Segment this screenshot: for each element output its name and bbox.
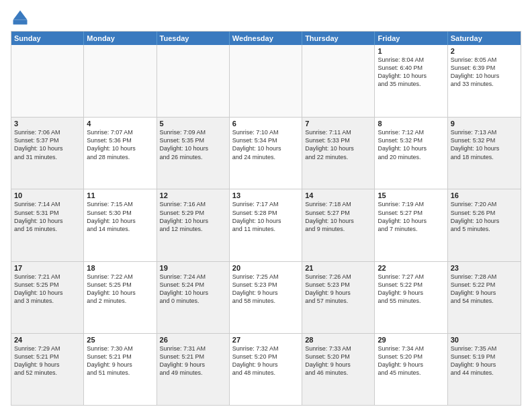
- cal-cell: 22Sunrise: 7:27 AM Sunset: 5:22 PM Dayli…: [375, 262, 447, 333]
- svg-marker-0: [13, 11, 28, 20]
- day-number: 11: [87, 191, 153, 199]
- cal-cell: 16Sunrise: 7:20 AM Sunset: 5:26 PM Dayli…: [448, 189, 521, 261]
- cal-cell: 3Sunrise: 7:06 AM Sunset: 5:37 PM Daylig…: [11, 118, 84, 189]
- header: [11, 8, 521, 27]
- day-info: Sunrise: 7:22 AM Sunset: 5:25 PM Dayligh…: [87, 273, 153, 306]
- day-number: 27: [232, 336, 299, 344]
- cal-cell: 12Sunrise: 7:16 AM Sunset: 5:29 PM Dayli…: [157, 189, 230, 261]
- cal-cell: 11Sunrise: 7:15 AM Sunset: 5:30 PM Dayli…: [84, 189, 157, 261]
- day-info: Sunrise: 7:27 AM Sunset: 5:22 PM Dayligh…: [378, 273, 444, 306]
- svg-rect-1: [13, 20, 28, 25]
- day-info: Sunrise: 7:29 AM Sunset: 5:21 PM Dayligh…: [14, 345, 81, 377]
- day-info: Sunrise: 7:13 AM Sunset: 5:32 PM Dayligh…: [451, 128, 518, 161]
- calendar: SundayMondayTuesdayWednesdayThursdayFrid…: [11, 31, 521, 406]
- day-info: Sunrise: 7:12 AM Sunset: 5:32 PM Dayligh…: [378, 128, 444, 161]
- cal-row-5: 24Sunrise: 7:29 AM Sunset: 5:21 PM Dayli…: [11, 333, 521, 405]
- day-number: 2: [451, 47, 518, 55]
- day-number: 26: [160, 336, 226, 344]
- day-number: 15: [378, 191, 444, 199]
- day-info: Sunrise: 8:04 AM Sunset: 6:40 PM Dayligh…: [378, 56, 444, 89]
- cal-cell: 28Sunrise: 7:33 AM Sunset: 5:20 PM Dayli…: [302, 334, 375, 405]
- cal-cell: [157, 45, 230, 117]
- day-info: Sunrise: 7:25 AM Sunset: 5:23 PM Dayligh…: [232, 273, 299, 306]
- day-info: Sunrise: 7:19 AM Sunset: 5:27 PM Dayligh…: [378, 200, 444, 233]
- day-info: Sunrise: 7:07 AM Sunset: 5:36 PM Dayligh…: [87, 128, 153, 161]
- day-info: Sunrise: 7:09 AM Sunset: 5:35 PM Dayligh…: [160, 128, 226, 161]
- day-info: Sunrise: 7:17 AM Sunset: 5:28 PM Dayligh…: [232, 200, 299, 233]
- day-number: 4: [87, 120, 153, 128]
- cal-header-thursday: Thursday: [302, 32, 375, 45]
- cal-cell: 13Sunrise: 7:17 AM Sunset: 5:28 PM Dayli…: [230, 189, 302, 261]
- cal-row-2: 3Sunrise: 7:06 AM Sunset: 5:37 PM Daylig…: [11, 117, 521, 189]
- cal-cell: 25Sunrise: 7:30 AM Sunset: 5:21 PM Dayli…: [84, 334, 157, 405]
- cal-cell: 14Sunrise: 7:18 AM Sunset: 5:27 PM Dayli…: [302, 189, 375, 261]
- day-number: 10: [14, 191, 81, 199]
- cal-cell: 2Sunrise: 8:05 AM Sunset: 6:39 PM Daylig…: [448, 45, 521, 117]
- day-number: 8: [378, 120, 444, 128]
- cal-header-saturday: Saturday: [448, 32, 521, 45]
- cal-cell: 10Sunrise: 7:14 AM Sunset: 5:31 PM Dayli…: [11, 189, 84, 261]
- day-number: 30: [451, 336, 518, 344]
- day-number: 13: [232, 191, 299, 199]
- day-info: Sunrise: 7:06 AM Sunset: 5:37 PM Dayligh…: [14, 128, 81, 161]
- day-info: Sunrise: 7:14 AM Sunset: 5:31 PM Dayligh…: [14, 200, 81, 233]
- day-number: 7: [305, 120, 371, 128]
- day-info: Sunrise: 7:28 AM Sunset: 5:22 PM Dayligh…: [451, 273, 518, 306]
- cal-cell: 23Sunrise: 7:28 AM Sunset: 5:22 PM Dayli…: [448, 262, 521, 333]
- day-info: Sunrise: 7:10 AM Sunset: 5:34 PM Dayligh…: [232, 128, 299, 161]
- cal-row-1: 1Sunrise: 8:04 AM Sunset: 6:40 PM Daylig…: [11, 45, 521, 117]
- logo: [11, 8, 32, 27]
- cal-row-4: 17Sunrise: 7:21 AM Sunset: 5:25 PM Dayli…: [11, 261, 521, 333]
- day-info: Sunrise: 8:05 AM Sunset: 6:39 PM Dayligh…: [451, 56, 518, 89]
- day-number: 21: [305, 264, 371, 272]
- page: SundayMondayTuesdayWednesdayThursdayFrid…: [0, 0, 532, 411]
- day-number: 23: [451, 264, 518, 272]
- day-number: 3: [14, 120, 81, 128]
- cal-cell: 4Sunrise: 7:07 AM Sunset: 5:36 PM Daylig…: [84, 118, 157, 189]
- cal-cell: 26Sunrise: 7:31 AM Sunset: 5:21 PM Dayli…: [157, 334, 230, 405]
- day-number: 5: [160, 120, 226, 128]
- day-info: Sunrise: 7:33 AM Sunset: 5:20 PM Dayligh…: [305, 345, 371, 377]
- day-number: 16: [451, 191, 518, 199]
- cal-header-monday: Monday: [84, 32, 157, 45]
- cal-cell: [230, 45, 302, 117]
- day-info: Sunrise: 7:24 AM Sunset: 5:24 PM Dayligh…: [160, 273, 226, 306]
- day-number: 25: [87, 336, 153, 344]
- day-number: 24: [14, 336, 81, 344]
- cal-cell: 8Sunrise: 7:12 AM Sunset: 5:32 PM Daylig…: [375, 118, 447, 189]
- cal-cell: 6Sunrise: 7:10 AM Sunset: 5:34 PM Daylig…: [230, 118, 302, 189]
- cal-cell: [84, 45, 157, 117]
- cal-cell: 1Sunrise: 8:04 AM Sunset: 6:40 PM Daylig…: [375, 45, 447, 117]
- day-number: 12: [160, 191, 226, 199]
- cal-cell: 21Sunrise: 7:26 AM Sunset: 5:23 PM Dayli…: [302, 262, 375, 333]
- cal-header-sunday: Sunday: [11, 32, 84, 45]
- cal-cell: [11, 45, 84, 117]
- day-info: Sunrise: 7:16 AM Sunset: 5:29 PM Dayligh…: [160, 200, 226, 233]
- day-number: 14: [305, 191, 371, 199]
- day-info: Sunrise: 7:21 AM Sunset: 5:25 PM Dayligh…: [14, 273, 81, 306]
- day-number: 29: [378, 336, 444, 344]
- cal-cell: 24Sunrise: 7:29 AM Sunset: 5:21 PM Dayli…: [11, 334, 84, 405]
- cal-cell: 15Sunrise: 7:19 AM Sunset: 5:27 PM Dayli…: [375, 189, 447, 261]
- day-info: Sunrise: 7:20 AM Sunset: 5:26 PM Dayligh…: [451, 200, 518, 233]
- day-number: 22: [378, 264, 444, 272]
- calendar-body: 1Sunrise: 8:04 AM Sunset: 6:40 PM Daylig…: [11, 45, 521, 405]
- day-number: 1: [378, 47, 444, 55]
- day-info: Sunrise: 7:26 AM Sunset: 5:23 PM Dayligh…: [305, 273, 371, 306]
- cal-cell: 19Sunrise: 7:24 AM Sunset: 5:24 PM Dayli…: [157, 262, 230, 333]
- calendar-header: SundayMondayTuesdayWednesdayThursdayFrid…: [11, 32, 521, 45]
- day-number: 28: [305, 336, 371, 344]
- cal-cell: 29Sunrise: 7:34 AM Sunset: 5:20 PM Dayli…: [375, 334, 447, 405]
- day-info: Sunrise: 7:32 AM Sunset: 5:20 PM Dayligh…: [232, 345, 299, 377]
- day-info: Sunrise: 7:11 AM Sunset: 5:33 PM Dayligh…: [305, 128, 371, 161]
- cal-cell: 7Sunrise: 7:11 AM Sunset: 5:33 PM Daylig…: [302, 118, 375, 189]
- cal-cell: 9Sunrise: 7:13 AM Sunset: 5:32 PM Daylig…: [448, 118, 521, 189]
- cal-cell: [302, 45, 375, 117]
- day-info: Sunrise: 7:18 AM Sunset: 5:27 PM Dayligh…: [305, 200, 371, 233]
- cal-cell: 5Sunrise: 7:09 AM Sunset: 5:35 PM Daylig…: [157, 118, 230, 189]
- cal-cell: 20Sunrise: 7:25 AM Sunset: 5:23 PM Dayli…: [230, 262, 302, 333]
- day-number: 18: [87, 264, 153, 272]
- cal-header-friday: Friday: [375, 32, 447, 45]
- day-number: 6: [232, 120, 299, 128]
- day-number: 17: [14, 264, 81, 272]
